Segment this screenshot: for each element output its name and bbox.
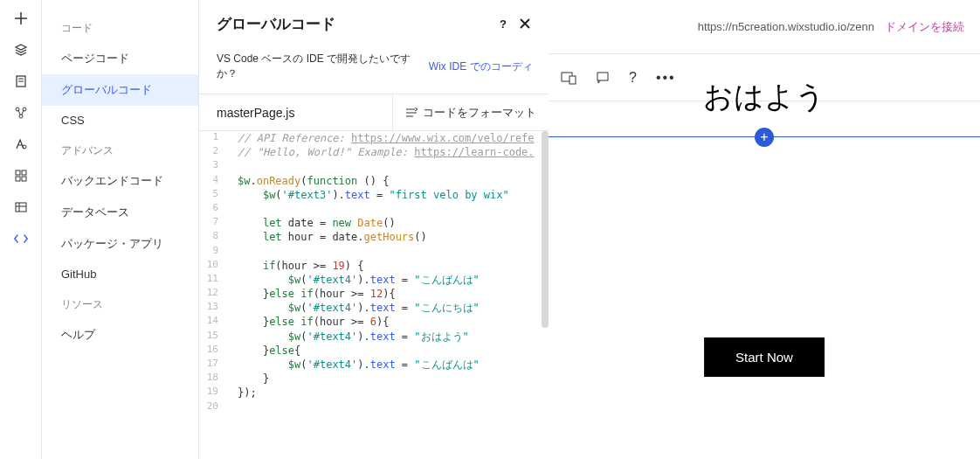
start-now-button[interactable]: Start Now — [704, 337, 825, 377]
svg-rect-8 — [16, 203, 26, 212]
preview-pane: https://n5creation.wixstudio.io/zenn ドメイ… — [549, 0, 980, 459]
preview-canvas[interactable]: おはよう + Start Now — [549, 101, 980, 459]
add-section-button[interactable]: + — [755, 128, 774, 147]
add-icon[interactable] — [13, 10, 29, 26]
sidebar-item-github[interactable]: GitHub — [42, 260, 198, 289]
preview-heading[interactable]: おはよう — [549, 77, 980, 117]
vscode-prompt: VS Code ベースの IDE で開発したいですか？ — [217, 52, 429, 81]
svg-rect-5 — [22, 170, 26, 175]
sidebar-item-backend[interactable]: バックエンドコード — [42, 165, 198, 197]
preview-url: https://n5creation.wixstudio.io/zenn — [698, 20, 874, 33]
section-title-resources: リソース — [42, 289, 198, 319]
section-title-code: コード — [42, 12, 198, 43]
format-label: コードをフォーマット — [423, 105, 536, 121]
filename-label: masterPage.js — [199, 106, 312, 120]
preview-topbar: https://n5creation.wixstudio.io/zenn ドメイ… — [549, 0, 980, 54]
sidebar-item-css[interactable]: CSS — [42, 106, 198, 135]
code-sidebar: コード ページコード グローバルコード CSS アドバンス バックエンドコード … — [42, 0, 199, 459]
editor-scrollbar[interactable] — [542, 131, 549, 328]
layers-icon[interactable] — [13, 42, 29, 58]
svg-rect-6 — [16, 177, 20, 181]
text-icon[interactable] — [13, 136, 29, 152]
apps-icon[interactable] — [13, 168, 29, 184]
svg-point-3 — [19, 115, 23, 118]
sidebar-item-packages[interactable]: パッケージ・アプリ — [42, 228, 198, 260]
left-icon-bar — [0, 0, 42, 459]
page-icon[interactable] — [13, 73, 29, 89]
svg-rect-4 — [16, 170, 20, 175]
connect-domain-link[interactable]: ドメインを接続 — [885, 19, 964, 35]
sidebar-item-global-code[interactable]: グローバルコード — [42, 74, 198, 106]
close-icon[interactable] — [519, 17, 531, 31]
help-icon[interactable]: ? — [500, 17, 507, 31]
panel-title: グローバルコード — [217, 14, 335, 34]
sidebar-item-help[interactable]: ヘルプ — [42, 319, 198, 351]
data-icon[interactable] — [13, 199, 29, 215]
format-icon — [405, 108, 418, 118]
code-panel: グローバルコード ? VS Code ベースの IDE で開発したいですか？ W… — [199, 0, 549, 459]
sidebar-item-database[interactable]: データベース — [42, 197, 198, 228]
code-icon[interactable] — [13, 231, 29, 247]
code-editor[interactable]: 1// API Reference: https://www.wix.com/v… — [199, 131, 549, 459]
wix-ide-link[interactable]: Wix IDE でのコーディ — [429, 59, 531, 74]
section-title-advanced: アドバンス — [42, 135, 198, 165]
format-code-button[interactable]: コードをフォーマット — [392, 94, 549, 130]
sidebar-item-page-code[interactable]: ページコード — [42, 43, 198, 74]
svg-rect-7 — [22, 177, 26, 181]
connect-icon[interactable] — [13, 105, 29, 121]
